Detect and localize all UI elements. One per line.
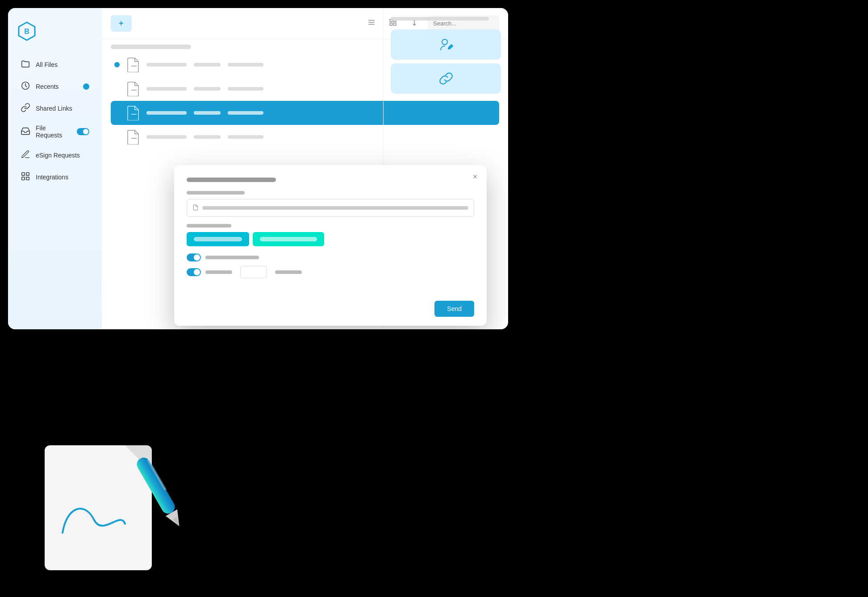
new-button[interactable]: + (111, 15, 132, 32)
toggle-1[interactable] (187, 253, 201, 261)
tag-label (194, 237, 242, 241)
clock-icon (21, 81, 30, 92)
close-icon: × (473, 172, 478, 182)
sidebar-item-all-files[interactable]: All Files (12, 54, 98, 75)
sidebar-item-file-requests[interactable]: File Requests (12, 120, 98, 143)
toggle-1-label (205, 256, 259, 259)
toggle-row-2 (187, 266, 474, 278)
file-name-bar (146, 87, 187, 91)
dialog-footer: Send (434, 301, 474, 317)
esign-icon (21, 149, 30, 161)
link-action-button[interactable] (391, 63, 501, 94)
sidebar-item-label: Recents (36, 83, 58, 90)
plus-icon: + (119, 19, 124, 28)
tag-label (260, 237, 317, 241)
file-name-bar (146, 135, 187, 139)
svg-rect-5 (22, 177, 25, 180)
share-action-button[interactable] (391, 29, 501, 60)
recipients-row (187, 232, 474, 246)
list-icon (367, 18, 376, 29)
esign-signature (58, 497, 129, 543)
sidebar-item-label: File Requests (36, 124, 71, 139)
toggle-2-label (205, 270, 232, 274)
file-input-field[interactable] (187, 199, 474, 217)
esign-illustration (27, 427, 188, 597)
sidebar-item-label: eSign Requests (36, 152, 80, 159)
sidebar-item-integrations[interactable]: Integrations (12, 167, 98, 187)
sidebar-item-label: All Files (36, 61, 58, 68)
file-icon (192, 204, 199, 212)
date-suffix-label (275, 270, 302, 274)
svg-point-19 (442, 39, 447, 45)
toggle-2[interactable] (187, 268, 201, 276)
notification-badge (83, 83, 89, 90)
recipient-tag-2[interactable] (253, 232, 324, 246)
file-size-bar (228, 63, 263, 66)
dialog-close-button[interactable]: × (470, 171, 480, 182)
file-icon (127, 81, 139, 96)
panel-title-bar (391, 17, 489, 21)
inbox-icon (21, 126, 30, 137)
sidebar: B All Files Recents Shar (8, 8, 102, 329)
link-icon (21, 103, 30, 114)
sidebar-item-shared-links[interactable]: Shared Links (12, 98, 98, 118)
folder-icon (21, 59, 30, 70)
file-icon (127, 105, 139, 120)
sidebar-nav: All Files Recents Shared Links File (8, 54, 102, 187)
file-requests-toggle[interactable] (77, 128, 89, 135)
new-indicator (114, 62, 120, 67)
person-edit-icon (438, 37, 454, 53)
file-size-bar (228, 135, 263, 139)
svg-rect-3 (22, 173, 25, 175)
svg-text:B: B (24, 28, 29, 35)
file-date-bar (194, 135, 221, 139)
file-size-bar (228, 87, 263, 91)
app-logo: B (17, 21, 37, 41)
file-icon (127, 57, 139, 72)
file-date-bar (194, 63, 221, 66)
file-name-bar (146, 63, 187, 66)
integrations-icon (21, 171, 30, 182)
link-share-icon (438, 70, 454, 87)
send-button[interactable]: Send (434, 301, 474, 317)
recipient-tag-1[interactable] (187, 232, 249, 246)
dialog-title (187, 178, 276, 182)
sidebar-item-label: Integrations (36, 174, 68, 181)
breadcrumb-bar (111, 45, 191, 49)
svg-rect-6 (26, 177, 29, 180)
svg-rect-4 (26, 173, 29, 175)
section-label (187, 224, 231, 228)
file-size-bar (228, 111, 263, 115)
file-date-bar (194, 111, 221, 115)
sidebar-item-recents[interactable]: Recents (12, 76, 98, 96)
file-name-bar (146, 111, 187, 115)
toggle-row-1 (187, 253, 474, 261)
list-view-button[interactable] (363, 16, 380, 32)
date-input[interactable] (240, 266, 267, 278)
file-date-bar (194, 87, 221, 91)
file-icon (127, 129, 139, 145)
dialog-subtitle (187, 191, 245, 195)
file-input-placeholder (202, 206, 468, 210)
esign-dialog: × Send (174, 165, 487, 326)
sidebar-item-esign-requests[interactable]: eSign Requests (12, 145, 98, 165)
sidebar-item-label: Shared Links (36, 105, 72, 112)
